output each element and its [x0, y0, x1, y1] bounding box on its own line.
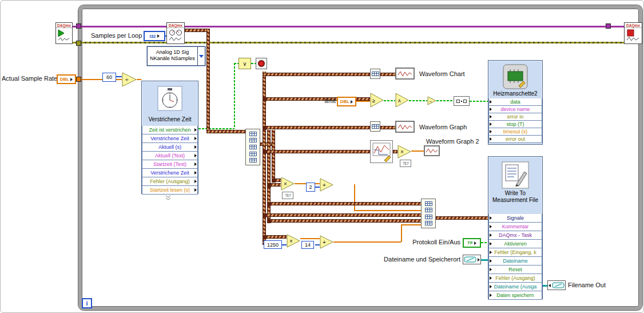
terminal-arrow-icon: [351, 100, 353, 104]
vi-input-row[interactable]: Dateiname: [488, 257, 542, 266]
divide-node[interactable]: ÷: [122, 72, 137, 87]
vi-input-row[interactable]: Fehler (Ausgang): [488, 274, 542, 283]
write-file-title-line2: Measurement File: [488, 197, 542, 203]
vi-row-label: Fehler (Ausgang): [147, 179, 193, 184]
numeric-constant-60[interactable]: 60: [102, 73, 116, 82]
vi-row-label: Startzeit lesen (s): [147, 187, 193, 193]
vi-input-row[interactable]: data: [488, 98, 542, 106]
multiply-node[interactable]: ×: [281, 177, 295, 191]
wire: [137, 79, 141, 80]
vi-output-row[interactable]: Verstrichene Zeit: [142, 134, 198, 143]
wire-junction-dot: [263, 97, 267, 101]
expand-chevron-icon[interactable]: [165, 195, 172, 200]
type-convert-node[interactable]: ?1?: [400, 160, 411, 167]
vi-output-row[interactable]: Startzeit (Text): [142, 160, 198, 169]
waveform-graph2-label: Waveform Graph 2: [426, 138, 479, 145]
or-node[interactable]: ∨: [238, 58, 251, 69]
scaling-express-vi[interactable]: [370, 140, 393, 163]
vi-input-row[interactable]: Kommentar: [488, 223, 542, 231]
actual-sample-rate-terminal[interactable]: DBL: [57, 74, 76, 84]
dropdown-arrow-icon[interactable]: [197, 47, 205, 65]
write-measurement-file-vi[interactable]: Write To Measurement File Signale Kommen…: [488, 156, 543, 299]
wire-junction-dot: [267, 184, 271, 188]
wire: [356, 101, 370, 102]
vi-input-row[interactable]: Signale: [488, 214, 542, 223]
vi-row-label: device name: [498, 106, 532, 112]
filename-out-indicator[interactable]: [547, 280, 566, 290]
vi-row-label: data: [507, 99, 523, 105]
wire: [384, 100, 395, 101]
terminal-arrow-icon: [474, 241, 476, 245]
wire: [315, 187, 320, 188]
vi-input-row[interactable]: timeout (s): [488, 128, 542, 136]
wire: [185, 29, 206, 32]
daqmx-start-task-vi[interactable]: DAQmx: [55, 22, 73, 44]
convert-to-dynamic-node[interactable]: [454, 96, 470, 106]
multiply-node[interactable]: ×: [287, 234, 300, 248]
wire-junction-dot: [263, 150, 267, 154]
path-icon: [552, 282, 565, 288]
vi-input-row[interactable]: Fehler (Eingang, k: [488, 248, 542, 257]
multiply-node[interactable]: ×: [397, 145, 411, 159]
vi-input-row[interactable]: stop (T): [488, 121, 542, 128]
wire: [300, 238, 320, 239]
type-convert-node[interactable]: ?1?: [282, 192, 293, 199]
limit-terminal[interactable]: DBL: [337, 97, 356, 106]
vi-input-row[interactable]: error in: [488, 113, 542, 121]
daqmx-clear-task-vi[interactable]: DAQmx: [624, 22, 642, 44]
vi-output-row[interactable]: Verstrichene Zeit: [142, 169, 198, 177]
vi-output-row[interactable]: Fehler (Ausgang): [142, 177, 198, 186]
vi-row-label: error in: [504, 114, 527, 120]
vi-input-row[interactable]: Dateiname (Ausga: [488, 283, 542, 291]
waveform-chart-terminal[interactable]: [395, 68, 415, 80]
loop-tunnel[interactable]: [76, 77, 81, 82]
vi-input-row[interactable]: error out: [488, 136, 542, 143]
loop-condition-terminal[interactable]: [256, 58, 267, 69]
elapsed-time-vi[interactable]: Verstrichene Zeit Zeit ist verstrichen V…: [141, 81, 198, 194]
loop-tunnel[interactable]: [76, 41, 81, 46]
numeric-constant-14[interactable]: 14: [301, 241, 314, 249]
array-glyph: [425, 221, 432, 225]
merge-signals-node[interactable]: [421, 199, 436, 228]
vi-input-row[interactable]: DAQmx - Task: [488, 231, 542, 240]
add-symbol: +: [323, 239, 326, 245]
daqmx-logo: DAQmx: [625, 23, 642, 28]
vi-input-row[interactable]: Reset: [488, 266, 542, 274]
convert-to-dynamic-node[interactable]: [370, 121, 380, 132]
vi-input-row[interactable]: Daten speichern: [488, 291, 542, 300]
polymorphic-vi-selector[interactable]: Analog 1D Sig NKanäle NSamples: [147, 46, 205, 66]
vi-output-row[interactable]: Aktuell (s): [142, 143, 198, 152]
vi-output-row[interactable]: Aktuell (Text): [142, 152, 198, 160]
vi-output-row[interactable]: Startzeit lesen (s): [142, 186, 198, 195]
convert-to-dynamic-node[interactable]: [370, 69, 380, 79]
add-node[interactable]: +: [320, 235, 333, 249]
wire: [251, 63, 256, 64]
multiply-symbol: ×: [400, 149, 404, 155]
greater-equal-node[interactable]: ≥: [370, 93, 384, 108]
array-glyph: [249, 132, 257, 136]
build-array-node[interactable]: [245, 129, 260, 165]
write-file-title-line1: Write To: [488, 190, 542, 196]
loop-iteration-terminal[interactable]: i: [82, 298, 92, 308]
heizmanschette2-vi[interactable]: Heizmanschette2 data device name error i…: [488, 60, 543, 145]
vi-input-row[interactable]: Aktivieren: [488, 240, 542, 248]
and-node[interactable]: ∧: [395, 93, 409, 108]
loop-tunnel[interactable]: [76, 23, 81, 29]
dateiname-path-control[interactable]: [463, 255, 481, 264]
loop-tunnel[interactable]: [606, 23, 611, 29]
protokoll-tf-control[interactable]: TF: [463, 238, 481, 248]
heizmanschette2-icon: [503, 64, 528, 89]
divide-symbol: ÷: [125, 77, 129, 83]
daqmx-read-vi[interactable]: DAQmx: [166, 22, 185, 44]
waveform-graph-terminal[interactable]: [395, 121, 415, 133]
waveform-graph2-terminal[interactable]: [424, 145, 440, 156]
selector-line-2: NKanäle NSamples: [148, 56, 197, 62]
selector-text: Analog 1D Sig NKanäle NSamples: [148, 47, 197, 65]
not-node[interactable]: ¬: [427, 96, 436, 105]
vi-input-row[interactable]: device name: [488, 106, 542, 113]
add-node[interactable]: +: [320, 178, 333, 192]
numeric-constant-2[interactable]: 2: [306, 183, 315, 192]
numeric-constant-1250[interactable]: 1250: [264, 240, 282, 249]
samples-per-loop-terminal[interactable]: I32: [144, 31, 165, 41]
vi-output-row[interactable]: Zeit ist verstrichen: [142, 126, 198, 134]
